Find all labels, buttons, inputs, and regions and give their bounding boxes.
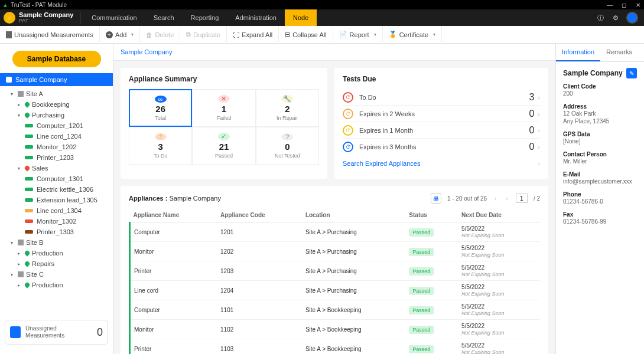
nav-communication[interactable]: Communication [83,9,145,26]
summary-tile-passed[interactable]: ✓21Passed [192,127,255,165]
nav-search[interactable]: Search [145,9,183,26]
info-field: Fax01234-56786-99 [563,211,637,225]
window-close[interactable]: ✕ [635,2,642,8]
window-minimize[interactable]: — [606,2,613,8]
table-row[interactable]: Printer1103Site A > BookkeepingPassed5/5… [130,339,541,355]
info-field: E-Mailinfo@samplecustomer.xxx [563,171,637,185]
help-icon[interactable]: ⓘ [596,13,605,22]
report-button[interactable]: 📄 Report▾ [333,26,383,44]
certificate-button[interactable]: 🏅 Certificate▾ [383,26,443,44]
tree-appliance[interactable]: Computer_1201 [11,120,113,131]
info-field: Phone01234-56786-0 [563,191,637,205]
table-header[interactable]: Appliance Code [217,208,302,222]
info-field: Client Code200 [563,83,637,97]
tree-dept[interactable]: ▾ Purchasing [11,110,113,120]
tests-due-row[interactable]: ⏱Expires in 2 Weeks0› [343,106,540,122]
collapse-icon: ⊟ [285,31,290,38]
certificate-icon: 🏅 [389,31,397,38]
tree-appliance[interactable]: Printer_1303 [11,227,113,237]
table-title: Appliances : Sample Company [129,195,221,202]
duplicate-icon: ⧉ [186,31,191,38]
tree-dept[interactable]: ▸ Repairs [11,258,113,269]
page-total: / 2 [534,195,540,202]
tree-dept[interactable]: ▸ Bookkeeping [11,99,113,110]
tree-site[interactable]: ▾ Site C [11,269,113,280]
expand-all-button[interactable]: ⛶ Expand All [227,26,279,44]
titlebar: ▲ TruTest - PAT Module [2,2,606,8]
table-row[interactable]: Computer1201Site A > PurchasingPassed5/5… [130,222,541,242]
tab-remarks[interactable]: Remarks [600,44,638,61]
company-name: Sample Company [563,69,626,77]
summary-tile-not-tested[interactable]: ?0Not Tested [256,127,319,165]
add-button[interactable]: + Add▾ [100,26,141,44]
window-maximize[interactable]: ◻ [620,2,627,8]
edit-button[interactable]: ✎ [626,68,637,78]
tree-appliance[interactable]: Printer_1203 [11,152,113,163]
nav-administration[interactable]: Administration [227,9,285,26]
unassigned-card[interactable]: UnassignedMeasurements 0 [5,320,108,345]
nav-reporting[interactable]: Reporting [183,9,227,26]
tree-root[interactable]: Sample Company [0,73,113,86]
tests-due-row[interactable]: ⏱Expires in 1 Month0› [343,122,540,139]
table-row[interactable]: Line cord1204Site A > PurchasingPassed5/… [130,281,541,300]
breadcrumb-link[interactable]: Sample Company [121,48,172,55]
tree-appliance[interactable]: Monitor_1202 [11,142,113,152]
tree-appliance[interactable]: Electric kettle_1306 [11,184,113,195]
print-button[interactable]: 🖶 [431,193,441,204]
tree-dept[interactable]: ▾ Sales [11,163,113,173]
tree-dept[interactable]: ▸ Production [11,280,113,290]
tree-site[interactable]: ▾ Site A [11,88,113,99]
tree-appliance[interactable]: Line cord_1304 [11,205,113,216]
expand-icon: ⛶ [233,31,239,38]
tab-information[interactable]: Information [556,44,600,61]
summary-tile-failed[interactable]: ✕1Failed [192,89,255,127]
page-next[interactable]: › [505,195,510,202]
duplicate-button[interactable]: ⧉ Duplicate [180,26,227,44]
unassigned-measurements-button[interactable]: Unassigned Measurements [0,26,100,44]
user-avatar[interactable] [626,12,638,24]
page-prev[interactable]: ‹ [493,195,498,202]
clipboard-icon [10,326,21,338]
report-icon: 📄 [339,31,347,38]
breadcrumb: Sample Company [113,44,555,61]
table-row[interactable]: Monitor1102Site A > BookkeepingPassed5/5… [130,320,541,339]
org-selector[interactable]: Sample Company PAT [19,12,81,24]
app-logo: ⚡ [4,12,15,24]
info-field: GPS Data[None] [563,131,637,145]
window-title: TruTest - PAT Module [11,2,67,8]
tree-appliance[interactable]: Extension lead_1305 [11,195,113,205]
summary-tile-total[interactable]: ∞26Total [129,89,192,127]
tree-appliance[interactable]: Computer_1301 [11,173,113,184]
tests-due-row[interactable]: ⏱Expires in 3 Months0› [343,139,540,155]
page-input[interactable] [516,194,528,203]
table-header[interactable]: Location [302,208,405,222]
database-button[interactable]: Sample Database [12,51,101,67]
delete-button[interactable]: 🗑 Delete [140,26,180,44]
search-expired-link[interactable]: Search Expired Appliances › [343,155,540,172]
gear-icon[interactable]: ⚙ [611,13,620,22]
table-row[interactable]: Printer1203Site A > PurchasingPassed5/5/… [130,261,541,281]
pagination-range: 1 - 20 out of 26 [447,195,487,202]
tree-dept[interactable]: ▸ Production [11,248,113,258]
nav-node[interactable]: Node [285,9,317,26]
table-header[interactable]: Appliance Name [130,208,217,222]
tree-site[interactable]: ▾ Site B [11,237,113,248]
tree-appliance[interactable]: Line cord_1204 [11,131,113,142]
summary-title: Appliance Summary [129,75,319,83]
unassigned-count: 0 [97,326,103,339]
summary-tile-to-do[interactable]: ⏱3To Do [129,127,192,165]
tests-due-row[interactable]: ⏱To Do3› [343,89,540,106]
table-row[interactable]: Computer1101Site A > BookkeepingPassed5/… [130,300,541,320]
summary-tile-in-repair[interactable]: 🔧2In Repair [256,89,319,127]
tests-due-title: Tests Due [343,75,540,83]
trash-icon: 🗑 [146,31,152,38]
table-header[interactable]: Status [405,208,458,222]
table-header[interactable]: Next Due Date [458,208,540,222]
collapse-all-button[interactable]: ⊟ Collapse All [279,26,333,44]
tree-appliance[interactable]: Monitor_1302 [11,216,113,227]
table-row[interactable]: Monitor1202Site A > PurchasingPassed5/5/… [130,242,541,261]
info-field: Contact PersonMr. Miller [563,151,637,165]
info-field: Address12 Oak ParkAny Place, 12345 [563,103,637,125]
